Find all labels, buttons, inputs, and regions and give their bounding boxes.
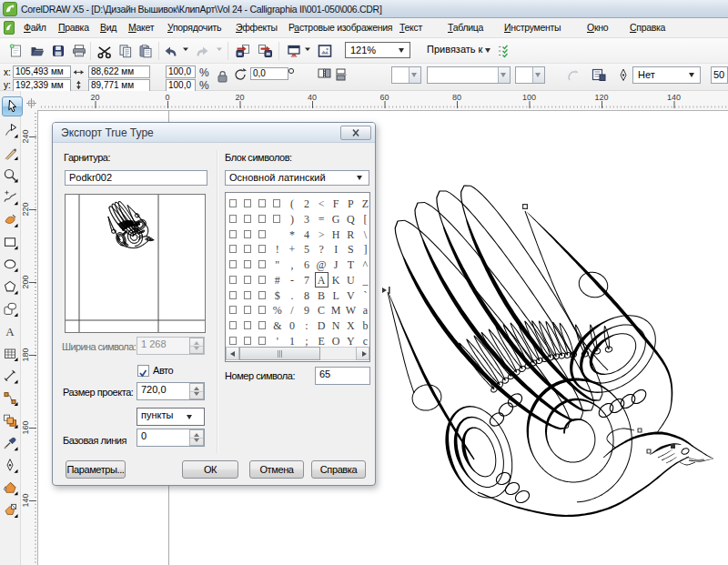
- svg-text:20: 20: [235, 93, 244, 102]
- svg-text:100: 100: [522, 93, 536, 102]
- svg-text:20: 20: [90, 93, 99, 102]
- svg-text:60: 60: [379, 93, 389, 102]
- svg-text:140: 140: [21, 493, 30, 507]
- svg-text:160: 160: [21, 420, 30, 434]
- svg-text:240: 240: [21, 129, 30, 143]
- svg-text:0: 0: [165, 93, 169, 102]
- svg-text:40: 40: [308, 93, 317, 102]
- svg-text:180: 180: [21, 348, 30, 361]
- svg-text:A: A: [5, 325, 15, 338]
- svg-text:80: 80: [452, 93, 461, 102]
- svg-text:120: 120: [594, 93, 608, 102]
- svg-text:200: 200: [21, 275, 30, 288]
- svg-text:140: 140: [667, 93, 681, 102]
- svg-text:220: 220: [21, 202, 30, 216]
